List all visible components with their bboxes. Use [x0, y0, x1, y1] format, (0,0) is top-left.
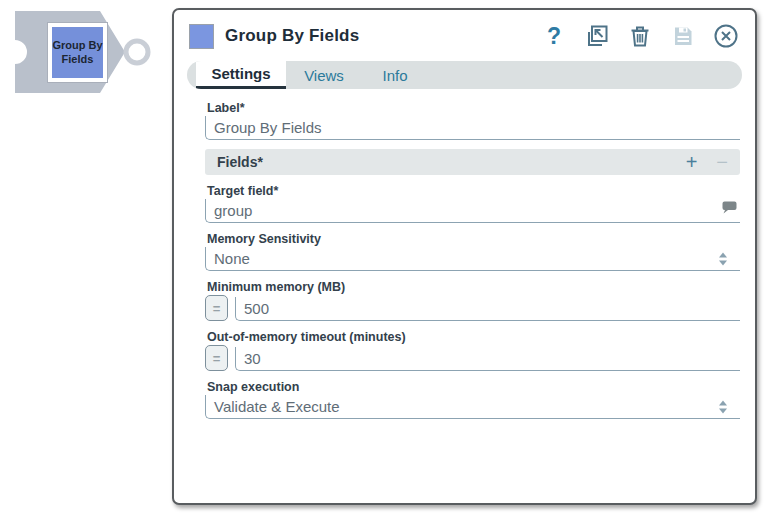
help-button[interactable]: ?	[541, 23, 567, 49]
minimum-memory-label: Minimum memory (MB)	[207, 280, 740, 294]
dialog-toolbar: ?	[541, 23, 739, 49]
memory-sensitivity-select[interactable]: None	[205, 247, 740, 271]
expression-toggle-button[interactable]: =	[205, 295, 228, 321]
dialog-header: Group By Fields ?	[174, 10, 755, 55]
snap-type-icon	[189, 24, 214, 49]
expression-toggle-button[interactable]: =	[205, 345, 228, 371]
add-row-button[interactable]: +	[686, 152, 698, 172]
select-spinner	[719, 400, 727, 413]
snap-label-line1: Group By	[52, 39, 103, 51]
minimum-memory-input[interactable]	[235, 297, 740, 321]
snap-settings-dialog: Group By Fields ?	[172, 8, 757, 505]
fields-section-title: Fields*	[217, 154, 263, 170]
fields-section-header: Fields* + −	[205, 149, 740, 175]
spinner-down-icon	[719, 260, 727, 265]
target-field-input[interactable]	[205, 199, 740, 223]
trash-icon	[628, 24, 652, 48]
export-icon	[585, 24, 609, 48]
save-button[interactable]	[670, 23, 696, 49]
comment-bubble-icon[interactable]	[722, 200, 737, 218]
close-button[interactable]	[713, 23, 739, 49]
settings-form: Label* Fields* + − Target field* Memory …	[174, 89, 755, 419]
snap-label-line2: Fields	[62, 53, 94, 65]
snap-execution-label: Snap execution	[207, 380, 740, 394]
snap-output-terminal[interactable]	[126, 41, 148, 63]
snap-execution-value: Validate & Execute	[214, 398, 340, 415]
tab-info[interactable]: Info	[362, 61, 428, 89]
target-field-label: Target field*	[207, 184, 740, 198]
oom-timeout-input[interactable]	[235, 347, 740, 371]
tab-settings[interactable]: Settings	[196, 61, 286, 89]
snap-execution-select[interactable]: Validate & Execute	[205, 395, 740, 419]
label-input[interactable]	[205, 116, 740, 140]
export-button[interactable]	[584, 23, 610, 49]
save-icon	[671, 24, 695, 48]
remove-row-button[interactable]: −	[716, 152, 728, 172]
canvas: Group By Fields Group By Fields ?	[0, 0, 772, 514]
memory-sensitivity-label: Memory Sensitivity	[207, 232, 740, 246]
tab-views[interactable]: Views	[286, 61, 362, 89]
tab-bar-cap	[187, 61, 196, 89]
select-spinner	[719, 252, 727, 265]
delete-button[interactable]	[627, 23, 653, 49]
oom-timeout-label: Out-of-memory timeout (minutes)	[207, 330, 740, 344]
snap-node-group-by-fields[interactable]: Group By Fields	[0, 0, 170, 112]
spinner-up-icon	[719, 400, 727, 405]
close-icon	[713, 23, 739, 49]
help-icon: ?	[547, 25, 561, 48]
spinner-down-icon	[719, 408, 727, 413]
spinner-up-icon	[719, 252, 727, 257]
dialog-title: Group By Fields	[225, 26, 359, 46]
memory-sensitivity-value: None	[214, 250, 250, 267]
label-field-label: Label*	[207, 101, 740, 115]
dialog-tab-bar: Settings Views Info	[187, 61, 742, 89]
